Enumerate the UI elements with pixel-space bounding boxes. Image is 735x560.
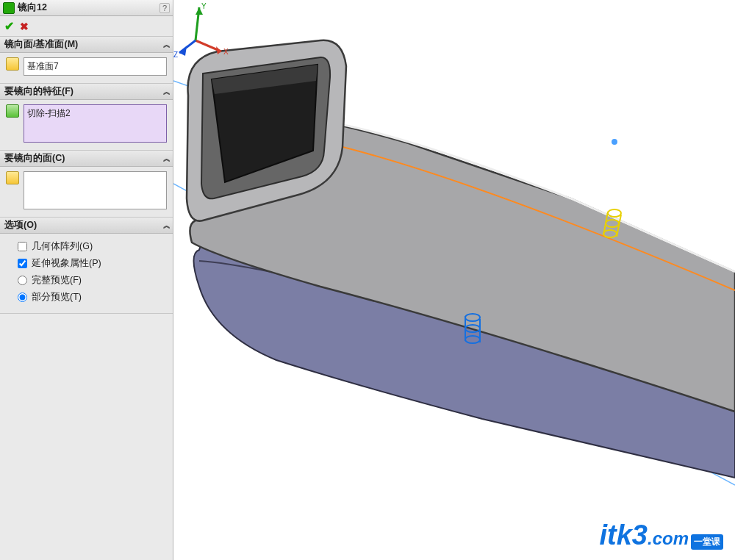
svg-point-3 xyxy=(608,209,621,217)
panel-actions: ✔ ✖ xyxy=(0,16,173,37)
option-geo-pattern[interactable]: 几何体阵列(G) xyxy=(6,238,167,255)
faces-input[interactable] xyxy=(24,171,167,209)
axis-z-label: Z xyxy=(173,51,178,59)
section-mirror-plane: 镜向面/基准面(M) ︽ 基准面7 xyxy=(0,37,173,84)
option-part-preview[interactable]: 部分预览(T) xyxy=(6,289,167,306)
cancel-button[interactable]: ✖ xyxy=(20,21,29,32)
face-icon xyxy=(6,171,19,184)
help-button[interactable]: ? xyxy=(159,3,170,13)
mirror-plane-input[interactable]: 基准面7 xyxy=(24,57,167,76)
collapse-icon: ︽ xyxy=(163,154,168,164)
collapse-icon: ︽ xyxy=(163,220,168,231)
section-label: 选项(O) xyxy=(4,219,163,231)
graphics-viewport[interactable]: X Y Z itk3.com 一堂课 xyxy=(173,0,735,560)
section-head-mirror-plane[interactable]: 镜向面/基准面(M) ︽ xyxy=(0,37,173,53)
section-faces: 要镜向的面(C) ︽ xyxy=(0,151,173,218)
watermark: itk3.com 一堂课 xyxy=(600,520,724,551)
part-preview-radio[interactable] xyxy=(18,292,27,302)
section-label: 要镜向的特征(F) xyxy=(4,85,163,98)
section-features: 要镜向的特征(F) ︽ 切除-扫描2 xyxy=(0,84,173,151)
model-canvas xyxy=(173,0,735,560)
property-panel: 镜向12 ? ✔ ✖ 镜向面/基准面(M) ︽ 基准面7 要镜向的特征(F) ︽… xyxy=(0,0,173,560)
watermark-tag: 一堂课 xyxy=(691,534,723,550)
option-label: 完整预览(F) xyxy=(32,274,82,287)
watermark-brand: itk3 xyxy=(600,520,648,551)
section-label: 要镜向的面(C) xyxy=(4,152,163,165)
collapse-icon: ︽ xyxy=(163,87,168,97)
svg-point-2 xyxy=(612,139,617,145)
section-label: 镜向面/基准面(M) xyxy=(4,38,163,51)
axis-x-label: X xyxy=(223,48,229,56)
axis-y-label: Y xyxy=(201,2,207,10)
section-head-faces[interactable]: 要镜向的面(C) ︽ xyxy=(0,151,173,167)
panel-title-bar: 镜向12 ? xyxy=(0,0,173,16)
option-full-preview[interactable]: 完整预览(F) xyxy=(6,272,167,289)
option-label: 延伸视象属性(P) xyxy=(32,257,101,270)
collapse-icon: ︽ xyxy=(163,40,168,50)
watermark-dom: .com xyxy=(648,528,689,549)
orientation-triad[interactable]: X Y Z xyxy=(173,0,232,59)
panel-title: 镜向12 xyxy=(18,1,159,14)
option-label: 几何体阵列(G) xyxy=(32,240,93,253)
full-preview-radio[interactable] xyxy=(18,276,27,285)
geo-pattern-checkbox[interactable] xyxy=(18,242,27,251)
section-head-features[interactable]: 要镜向的特征(F) ︽ xyxy=(0,84,173,100)
mirror-feature-icon xyxy=(3,2,15,14)
feature-icon xyxy=(6,104,19,118)
prop-visual-checkbox[interactable] xyxy=(18,259,27,268)
ok-button[interactable]: ✔ xyxy=(4,19,14,33)
option-prop-visual[interactable]: 延伸视象属性(P) xyxy=(6,255,167,272)
section-options: 选项(O) ︽ 几何体阵列(G) 延伸视象属性(P) 完整预览(F) 部分预览(… xyxy=(0,218,173,314)
features-input[interactable]: 切除-扫描2 xyxy=(24,104,167,143)
plane-icon xyxy=(6,57,19,71)
section-head-options[interactable]: 选项(O) ︽ xyxy=(0,218,173,234)
option-label: 部分预览(T) xyxy=(32,291,82,304)
